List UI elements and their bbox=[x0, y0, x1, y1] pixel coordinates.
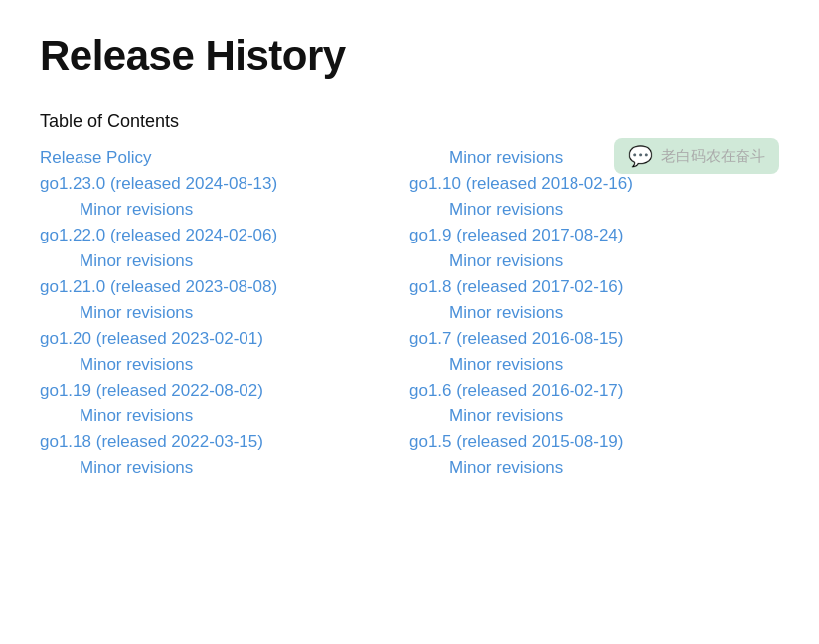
release-link[interactable]: go1.5 (released 2015-08-19) bbox=[410, 432, 779, 452]
release-link[interactable]: go1.21.0 (released 2023-08-08) bbox=[40, 277, 410, 297]
release-link[interactable]: go1.6 (released 2016-02-17) bbox=[410, 381, 779, 401]
watermark-icon: 💬 bbox=[628, 144, 653, 168]
watermark-text: 老白码农在奋斗 bbox=[661, 147, 765, 166]
release-link[interactable]: go1.22.0 (released 2024-02-06) bbox=[40, 226, 410, 245]
release-link[interactable]: go1.10 (released 2018-02-16) bbox=[410, 174, 779, 194]
minor-link[interactable]: Minor revisions bbox=[410, 200, 779, 220]
release-link[interactable]: go1.20 (released 2023-02-01) bbox=[40, 329, 410, 349]
minor-link[interactable]: Minor revisions bbox=[410, 251, 779, 271]
left-column: Release Policygo1.23.0 (released 2024-08… bbox=[40, 148, 410, 484]
release-link[interactable]: go1.8 (released 2017-02-16) bbox=[410, 277, 779, 297]
minor-link[interactable]: Minor revisions bbox=[40, 200, 410, 220]
watermark: 💬 老白码农在奋斗 bbox=[614, 138, 779, 174]
minor-link[interactable]: Minor revisions bbox=[40, 458, 410, 478]
minor-link[interactable]: Minor revisions bbox=[410, 355, 779, 375]
release-link[interactable]: go1.7 (released 2016-08-15) bbox=[410, 329, 779, 349]
minor-link[interactable]: Minor revisions bbox=[40, 406, 410, 426]
minor-link[interactable]: Minor revisions bbox=[40, 355, 410, 375]
release-link[interactable]: go1.19 (released 2022-08-02) bbox=[40, 381, 410, 401]
release-link[interactable]: Release Policy bbox=[40, 148, 410, 168]
page-title: Release History bbox=[40, 32, 779, 80]
minor-link[interactable]: Minor revisions bbox=[40, 303, 410, 323]
minor-link[interactable]: Minor revisions bbox=[410, 458, 779, 478]
minor-link[interactable]: Minor revisions bbox=[410, 303, 779, 323]
content-area: Release Policygo1.23.0 (released 2024-08… bbox=[40, 148, 779, 484]
minor-link[interactable]: Minor revisions bbox=[410, 406, 779, 426]
release-link[interactable]: go1.23.0 (released 2024-08-13) bbox=[40, 174, 410, 194]
right-column: 💬 老白码农在奋斗 Minor revisionsgo1.10 (release… bbox=[410, 148, 779, 484]
minor-link[interactable]: Minor revisions bbox=[40, 251, 410, 271]
release-link[interactable]: go1.18 (released 2022-03-15) bbox=[40, 432, 410, 452]
toc-header: Table of Contents bbox=[40, 111, 779, 132]
release-link[interactable]: go1.9 (released 2017-08-24) bbox=[410, 226, 779, 245]
